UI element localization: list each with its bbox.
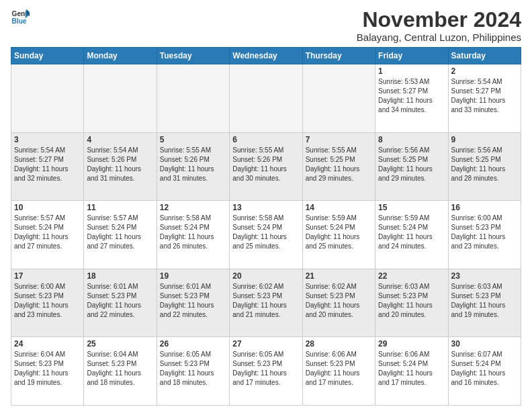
day-number: 17 xyxy=(14,271,81,281)
calendar-cell: 9Sunrise: 5:56 AMSunset: 5:25 PMDaylight… xyxy=(448,132,521,201)
page: General Blue November 2024 Balayang, Cen… xyxy=(0,0,532,411)
calendar-cell: 13Sunrise: 5:58 AMSunset: 5:24 PMDayligh… xyxy=(230,201,302,269)
day-info: Sunrise: 5:57 AMSunset: 5:24 PMDaylight:… xyxy=(14,214,81,251)
day-number: 27 xyxy=(232,339,299,349)
day-number: 4 xyxy=(87,135,153,144)
day-number: 22 xyxy=(378,271,445,281)
day-info: Sunrise: 5:56 AMSunset: 5:25 PMDaylight:… xyxy=(451,146,518,183)
calendar-cell: 7Sunrise: 5:55 AMSunset: 5:25 PMDaylight… xyxy=(302,132,375,201)
calendar-cell: 12Sunrise: 5:58 AMSunset: 5:24 PMDayligh… xyxy=(157,201,229,269)
day-number: 25 xyxy=(87,339,153,349)
calendar-cell: 4Sunrise: 5:54 AMSunset: 5:26 PMDaylight… xyxy=(84,132,157,201)
logo: General Blue xyxy=(11,8,30,27)
calendar-cell: 15Sunrise: 5:59 AMSunset: 5:24 PMDayligh… xyxy=(375,201,448,269)
day-info: Sunrise: 6:05 AMSunset: 5:23 PMDaylight:… xyxy=(232,350,299,387)
day-number: 23 xyxy=(451,271,518,281)
calendar-cell: 11Sunrise: 5:57 AMSunset: 5:24 PMDayligh… xyxy=(84,201,157,269)
day-number: 12 xyxy=(160,203,226,212)
day-info: Sunrise: 5:54 AMSunset: 5:27 PMDaylight:… xyxy=(451,77,518,115)
day-number: 29 xyxy=(378,339,445,349)
month-title: November 2024 xyxy=(357,8,521,32)
calendar-cell: 3Sunrise: 5:54 AMSunset: 5:27 PMDaylight… xyxy=(11,132,84,201)
calendar-cell: 1Sunrise: 5:53 AMSunset: 5:27 PMDaylight… xyxy=(375,64,448,133)
day-info: Sunrise: 5:56 AMSunset: 5:25 PMDaylight:… xyxy=(378,146,445,183)
weekday-header-thursday: Thursday xyxy=(302,48,375,64)
day-info: Sunrise: 6:00 AMSunset: 5:23 PMDaylight:… xyxy=(14,282,81,320)
weekday-header-friday: Friday xyxy=(375,48,448,64)
day-info: Sunrise: 5:54 AMSunset: 5:26 PMDaylight:… xyxy=(87,146,153,183)
day-info: Sunrise: 5:58 AMSunset: 5:24 PMDaylight:… xyxy=(160,214,226,251)
day-number: 1 xyxy=(378,66,445,76)
day-info: Sunrise: 6:04 AMSunset: 5:23 PMDaylight:… xyxy=(87,350,153,387)
day-info: Sunrise: 5:55 AMSunset: 5:26 PMDaylight:… xyxy=(160,146,226,183)
calendar-cell: 5Sunrise: 5:55 AMSunset: 5:26 PMDaylight… xyxy=(157,132,229,201)
calendar-table: SundayMondayTuesdayWednesdayThursdayFrid… xyxy=(11,47,521,406)
logo-icon: General Blue xyxy=(11,8,30,27)
day-info: Sunrise: 6:06 AMSunset: 5:24 PMDaylight:… xyxy=(378,350,445,387)
day-number: 3 xyxy=(14,135,81,144)
calendar-cell: 26Sunrise: 6:05 AMSunset: 5:23 PMDayligh… xyxy=(157,337,229,406)
day-info: Sunrise: 6:06 AMSunset: 5:23 PMDaylight:… xyxy=(306,350,372,387)
day-number: 20 xyxy=(232,271,299,281)
calendar-cell xyxy=(230,64,302,133)
day-info: Sunrise: 5:54 AMSunset: 5:27 PMDaylight:… xyxy=(14,146,81,183)
day-info: Sunrise: 5:58 AMSunset: 5:24 PMDaylight:… xyxy=(232,214,299,251)
calendar-week-row: 3Sunrise: 5:54 AMSunset: 5:27 PMDaylight… xyxy=(11,132,521,201)
calendar-cell: 17Sunrise: 6:00 AMSunset: 5:23 PMDayligh… xyxy=(11,269,84,337)
day-number: 8 xyxy=(378,135,445,144)
day-info: Sunrise: 5:59 AMSunset: 5:24 PMDaylight:… xyxy=(378,214,445,251)
day-number: 28 xyxy=(306,339,372,349)
weekday-header-wednesday: Wednesday xyxy=(230,48,302,64)
day-number: 14 xyxy=(306,203,372,212)
day-number: 18 xyxy=(87,271,153,281)
calendar-week-row: 24Sunrise: 6:04 AMSunset: 5:23 PMDayligh… xyxy=(11,337,521,406)
calendar-cell: 25Sunrise: 6:04 AMSunset: 5:23 PMDayligh… xyxy=(84,337,157,406)
calendar-cell: 18Sunrise: 6:01 AMSunset: 5:23 PMDayligh… xyxy=(84,269,157,337)
calendar-cell xyxy=(302,64,375,133)
day-info: Sunrise: 6:02 AMSunset: 5:23 PMDaylight:… xyxy=(232,282,299,320)
day-info: Sunrise: 5:55 AMSunset: 5:25 PMDaylight:… xyxy=(306,146,372,183)
day-number: 9 xyxy=(451,135,518,144)
day-number: 7 xyxy=(306,135,372,144)
calendar-cell: 19Sunrise: 6:01 AMSunset: 5:23 PMDayligh… xyxy=(157,269,229,337)
calendar-cell xyxy=(157,64,229,133)
day-info: Sunrise: 6:01 AMSunset: 5:23 PMDaylight:… xyxy=(87,282,153,320)
day-number: 16 xyxy=(451,203,518,212)
calendar-cell: 23Sunrise: 6:03 AMSunset: 5:23 PMDayligh… xyxy=(448,269,521,337)
title-block: November 2024 Balayang, Central Luzon, P… xyxy=(357,8,521,43)
day-info: Sunrise: 5:55 AMSunset: 5:26 PMDaylight:… xyxy=(232,146,299,183)
day-number: 13 xyxy=(232,203,299,212)
day-number: 15 xyxy=(378,203,445,212)
day-info: Sunrise: 6:07 AMSunset: 5:24 PMDaylight:… xyxy=(451,350,518,387)
day-info: Sunrise: 6:03 AMSunset: 5:23 PMDaylight:… xyxy=(378,282,445,320)
calendar-cell: 14Sunrise: 5:59 AMSunset: 5:24 PMDayligh… xyxy=(302,201,375,269)
day-number: 30 xyxy=(451,339,518,349)
weekday-header-tuesday: Tuesday xyxy=(157,48,229,64)
day-number: 19 xyxy=(160,271,226,281)
day-number: 10 xyxy=(14,203,81,212)
calendar-cell: 20Sunrise: 6:02 AMSunset: 5:23 PMDayligh… xyxy=(230,269,302,337)
calendar-cell xyxy=(11,64,84,133)
day-info: Sunrise: 6:05 AMSunset: 5:23 PMDaylight:… xyxy=(160,350,226,387)
calendar-week-row: 1Sunrise: 5:53 AMSunset: 5:27 PMDaylight… xyxy=(11,64,521,133)
day-info: Sunrise: 6:04 AMSunset: 5:23 PMDaylight:… xyxy=(14,350,81,387)
header: General Blue November 2024 Balayang, Cen… xyxy=(11,8,521,43)
calendar-cell: 24Sunrise: 6:04 AMSunset: 5:23 PMDayligh… xyxy=(11,337,84,406)
calendar-cell: 2Sunrise: 5:54 AMSunset: 5:27 PMDaylight… xyxy=(448,64,521,133)
weekday-header-row: SundayMondayTuesdayWednesdayThursdayFrid… xyxy=(11,48,521,64)
day-number: 11 xyxy=(87,203,153,212)
location: Balayang, Central Luzon, Philippines xyxy=(357,32,521,43)
calendar-week-row: 10Sunrise: 5:57 AMSunset: 5:24 PMDayligh… xyxy=(11,201,521,269)
day-info: Sunrise: 6:03 AMSunset: 5:23 PMDaylight:… xyxy=(451,282,518,320)
calendar-cell: 28Sunrise: 6:06 AMSunset: 5:23 PMDayligh… xyxy=(302,337,375,406)
day-info: Sunrise: 5:57 AMSunset: 5:24 PMDaylight:… xyxy=(87,214,153,251)
calendar-week-row: 17Sunrise: 6:00 AMSunset: 5:23 PMDayligh… xyxy=(11,269,521,337)
calendar-cell: 16Sunrise: 6:00 AMSunset: 5:23 PMDayligh… xyxy=(448,201,521,269)
calendar-cell: 6Sunrise: 5:55 AMSunset: 5:26 PMDaylight… xyxy=(230,132,302,201)
calendar-cell: 21Sunrise: 6:02 AMSunset: 5:23 PMDayligh… xyxy=(302,269,375,337)
weekday-header-monday: Monday xyxy=(84,48,157,64)
svg-text:Blue: Blue xyxy=(12,17,27,25)
calendar-cell: 10Sunrise: 5:57 AMSunset: 5:24 PMDayligh… xyxy=(11,201,84,269)
day-number: 2 xyxy=(451,66,518,76)
calendar-cell: 8Sunrise: 5:56 AMSunset: 5:25 PMDaylight… xyxy=(375,132,448,201)
